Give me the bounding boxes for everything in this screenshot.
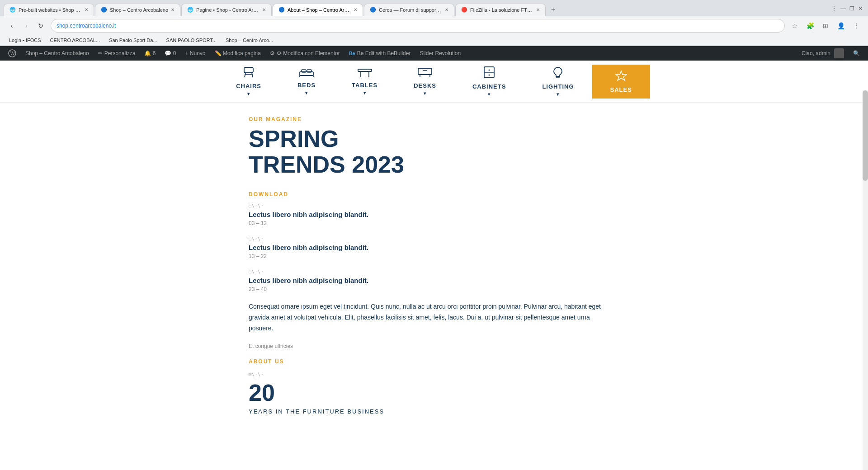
- title-line1: SPRING: [249, 126, 339, 152]
- close-window-button[interactable]: ✕: [856, 4, 864, 14]
- wp-new[interactable]: + Nuovo: [181, 46, 210, 61]
- magazine-label: OUR MAGAZINE: [249, 116, 619, 122]
- bookmark-1[interactable]: Login • IFOCS: [5, 37, 45, 44]
- download-range-3: 23 – 40: [249, 286, 619, 292]
- tab-bar: 🌐 Pre-built websites • Shop - Centr ✕ 🔵 …: [0, 0, 868, 16]
- reload-button[interactable]: ↻: [34, 19, 47, 32]
- bookmark-star-icon[interactable]: ☆: [788, 19, 801, 32]
- more-options-icon[interactable]: ⋮: [850, 19, 863, 32]
- tables-arrow: ▾: [363, 90, 366, 95]
- nav-item-lighting[interactable]: LIGHTING ▾: [524, 61, 592, 102]
- years-in-business-text: YEARS IN THE FURNITURE BUSINESS: [249, 408, 619, 415]
- forward-button[interactable]: ›: [20, 19, 33, 32]
- extension-icon-2[interactable]: ⊞: [819, 19, 832, 32]
- url-input[interactable]: [51, 19, 785, 33]
- title-line2: TRENDS 2023: [249, 151, 404, 178]
- desks-icon: [417, 67, 433, 80]
- svg-rect-2: [244, 67, 253, 73]
- tables-label: TABLES: [352, 82, 377, 89]
- chairs-label: CHAIRS: [236, 83, 261, 89]
- wp-edit-elementor[interactable]: ⚙ ⚙ Modifica con Elementor: [265, 46, 344, 61]
- download-text-1: Lectus libero nibh adipiscing blandit.: [249, 211, 619, 218]
- download-range-1: 03 – 12: [249, 220, 619, 226]
- svg-rect-11: [358, 69, 372, 71]
- tab-close-2[interactable]: ✕: [171, 7, 175, 12]
- address-bar: ‹ › ↻ ☆ 🧩 ⊞ 👤 ⋮: [0, 16, 868, 35]
- broken-image-1: ⊟\·\·: [249, 203, 619, 209]
- page-title: SPRING TRENDS 2023: [249, 126, 619, 178]
- main-content: OUR MAGAZINE SPRING TRENDS 2023 DOWNLOAD…: [231, 103, 637, 428]
- back-button[interactable]: ‹: [5, 19, 18, 32]
- be-icon: Be: [349, 51, 355, 56]
- wp-updates[interactable]: 🔔 6: [140, 46, 160, 61]
- account-icon[interactable]: 👤: [835, 19, 847, 32]
- new-tab-button[interactable]: +: [547, 3, 560, 16]
- nav-item-beds[interactable]: BEDS ▾: [279, 62, 334, 101]
- lighting-icon: [552, 66, 564, 81]
- svg-line-3: [245, 73, 245, 77]
- nav-item-sales[interactable]: SALES: [592, 65, 650, 99]
- bookmark-2[interactable]: CENTRO ARCOBAL...: [47, 37, 104, 44]
- svg-marker-23: [616, 71, 627, 80]
- tab-4[interactable]: 🔵 About – Shop – Centro Arcobale... ✕: [273, 4, 363, 16]
- desks-label: DESKS: [414, 82, 436, 89]
- bookmark-5[interactable]: Shop – Centro Arco...: [222, 37, 277, 44]
- tab-favicon-6: 🔴: [461, 7, 467, 13]
- chairs-icon: [242, 66, 255, 81]
- wp-slider-revolution[interactable]: Slider Revolution: [415, 46, 465, 61]
- minimize-button[interactable]: —: [839, 4, 848, 14]
- toolbar-icons: ☆ 🧩 ⊞ 👤 ⋮: [788, 19, 863, 32]
- tab-close-3[interactable]: ✕: [262, 7, 266, 12]
- tables-icon: [357, 67, 373, 80]
- tab-6[interactable]: 🔴 FileZilla - La soluzione FTP gratu... …: [455, 4, 546, 16]
- download-label: DOWNLOAD: [249, 191, 619, 197]
- tab-list-button[interactable]: ⋮: [830, 4, 839, 14]
- tab-5[interactable]: 🔵 Cerca — Forum di supporto di B... ✕: [364, 4, 454, 16]
- wp-logo-icon[interactable]: W: [4, 46, 21, 61]
- sales-star-icon: [615, 70, 627, 85]
- elementor-icon: ⚙: [270, 50, 275, 56]
- cabinets-icon: [483, 66, 495, 81]
- tab-1[interactable]: 🌐 Pre-built websites • Shop - Centr ✕: [4, 4, 94, 16]
- customize-icon: ✏: [98, 50, 103, 56]
- download-item-2: ⊟\·\· Lectus libero nibh adipiscing blan…: [249, 235, 619, 259]
- site-navigation: CHAIRS ▾ BEDS ▾ TABLES ▾: [0, 61, 868, 103]
- bookmark-3[interactable]: San Paolo Sport Da...: [105, 37, 160, 44]
- extension-icon-1[interactable]: 🧩: [804, 19, 816, 32]
- tab-label-6: FileZilla - La soluzione FTP gratu...: [470, 7, 533, 13]
- broken-image-2: ⊟\·\·: [249, 235, 619, 242]
- nav-item-cabinets[interactable]: CABINETS ▾: [454, 61, 524, 102]
- nav-buttons: ‹ › ↻: [5, 19, 47, 32]
- download-text-3: Lectus libero nibh adipiscing blandit.: [249, 277, 619, 284]
- wp-comments[interactable]: 💬 0: [160, 46, 180, 61]
- wp-customize[interactable]: ✏ Personalizza: [94, 46, 140, 61]
- cabinets-label: CABINETS: [472, 83, 506, 90]
- svg-point-20: [489, 70, 490, 71]
- tab-2[interactable]: 🔵 Shop – Centro Arcobaleno ✕: [95, 4, 180, 16]
- nav-item-tables[interactable]: TABLES ▾: [334, 62, 396, 101]
- tab-label-4: About – Shop – Centro Arcobale...: [288, 7, 351, 13]
- wp-greeting[interactable]: Ciao, admin: [797, 46, 849, 61]
- download-item-3: ⊟\·\· Lectus libero nibh adipiscing blan…: [249, 268, 619, 292]
- nav-item-chairs[interactable]: CHAIRS ▾: [218, 61, 279, 102]
- tab-close-1[interactable]: ✕: [85, 7, 88, 12]
- scrollbar-thumb[interactable]: [863, 90, 868, 181]
- tab-3[interactable]: 🌐 Pagine • Shop - Centro Arcoba... ✕: [181, 4, 272, 16]
- tab-close-4[interactable]: ✕: [354, 7, 357, 12]
- tab-close-6[interactable]: ✕: [536, 7, 540, 12]
- tab-close-5[interactable]: ✕: [445, 7, 448, 12]
- nav-item-desks[interactable]: DESKS ▾: [396, 61, 454, 101]
- tab-favicon-1: 🌐: [9, 7, 16, 13]
- wp-edit-page[interactable]: ✏️ Modifica pagina: [210, 46, 265, 61]
- wp-search-icon[interactable]: 🔍: [849, 46, 864, 61]
- wp-bebuilder[interactable]: Be Be Edit with BeBuilder: [344, 46, 415, 61]
- maximize-button[interactable]: ❐: [848, 4, 856, 14]
- lighting-arrow: ▾: [557, 92, 559, 97]
- bookmark-4[interactable]: SAN PAOLO SPORT...: [163, 37, 220, 44]
- tab-label-3: Pagine • Shop - Centro Arcoba...: [196, 7, 259, 13]
- svg-point-21: [489, 75, 490, 76]
- download-range-2: 13 – 22: [249, 253, 619, 259]
- download-text-2: Lectus libero nibh adipiscing blandit.: [249, 244, 619, 251]
- chairs-arrow: ▾: [247, 91, 250, 96]
- wp-site-name[interactable]: Shop – Centro Arcobaleno: [21, 46, 94, 61]
